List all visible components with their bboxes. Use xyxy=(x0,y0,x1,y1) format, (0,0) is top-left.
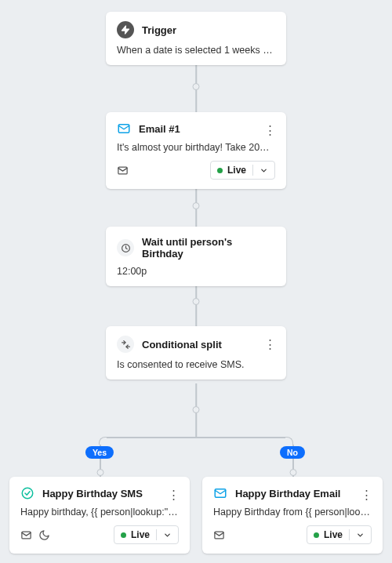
connector-node xyxy=(96,469,103,476)
kebab-menu[interactable]: ⋮ xyxy=(263,336,277,353)
sms-title: Happy Birthday SMS xyxy=(42,488,143,499)
kebab-menu[interactable]: ⋮ xyxy=(359,486,373,503)
split-card[interactable]: Conditional split ⋮ Is consented to rece… xyxy=(106,326,286,380)
chevron-down-icon xyxy=(260,166,268,175)
split-icon xyxy=(117,336,134,353)
chevron-down-icon xyxy=(356,531,365,539)
wait-card[interactable]: Wait until person's Birthday 12:00p xyxy=(106,227,286,286)
connector-node xyxy=(193,406,200,413)
email-icon xyxy=(213,486,227,500)
quiet-hours-icon[interactable] xyxy=(38,529,50,541)
status-label: Live xyxy=(324,529,343,540)
clock-icon xyxy=(117,239,134,256)
email-preview-icon[interactable] xyxy=(117,165,129,176)
branch-line xyxy=(107,437,285,438)
email-icon xyxy=(117,122,131,136)
status-dot xyxy=(314,532,319,538)
email-branch-title: Happy Birthday Email xyxy=(235,488,340,499)
trigger-icon xyxy=(117,21,134,38)
connector-node xyxy=(289,469,296,476)
status-selector[interactable]: Live xyxy=(210,161,275,180)
kebab-menu[interactable]: ⋮ xyxy=(166,486,180,503)
email-branch-card[interactable]: Happy Birthday Email ⋮ Happy Birthday fr… xyxy=(202,477,383,554)
status-dot xyxy=(121,532,126,538)
sms-card[interactable]: Happy Birthday SMS ⋮ Happy birthday, {{ … xyxy=(9,477,190,554)
connector-node xyxy=(193,202,200,209)
status-dot xyxy=(217,168,223,173)
status-label: Live xyxy=(227,165,246,176)
status-selector[interactable]: Live xyxy=(114,525,179,544)
email1-description: It's almost your birthday! Take 20% on u… xyxy=(117,142,275,153)
split-title: Conditional split xyxy=(142,339,222,351)
trigger-description: When a date is selected 1 weeks before p… xyxy=(117,45,275,56)
wait-time: 12:00p xyxy=(117,266,275,277)
message-preview-icon[interactable] xyxy=(20,529,32,541)
trigger-title: Trigger xyxy=(142,24,176,36)
status-selector[interactable]: Live xyxy=(307,525,372,544)
kebab-menu[interactable]: ⋮ xyxy=(263,122,277,139)
svg-marker-0 xyxy=(122,26,129,34)
trigger-card[interactable]: Trigger When a date is selected 1 weeks … xyxy=(106,12,286,65)
email-preview-icon[interactable] xyxy=(213,529,225,541)
svg-point-4 xyxy=(22,488,33,499)
branch-corner xyxy=(285,437,293,445)
email-branch-description: Happy Birthday from {{ person|lookup:"Fi… xyxy=(213,507,372,518)
connector-node xyxy=(193,83,200,90)
email1-card[interactable]: Email #1 ⋮ It's almost your birthday! Ta… xyxy=(106,112,286,189)
branch-corner xyxy=(99,437,107,445)
email1-title: Email #1 xyxy=(139,123,180,135)
chevron-down-icon xyxy=(163,531,172,539)
branch-label-no: No xyxy=(280,446,305,459)
connector-node xyxy=(193,298,200,305)
wait-title: Wait until person's Birthday xyxy=(142,236,275,260)
branch-label-yes: Yes xyxy=(85,446,114,459)
flow-canvas: Yes No Trigger When a date is selected 1… xyxy=(0,0,392,563)
sms-icon xyxy=(20,486,34,500)
split-description: Is consented to receive SMS. xyxy=(117,359,275,370)
status-label: Live xyxy=(131,529,150,540)
sms-description: Happy birthday, {{ person|lookup:"First … xyxy=(20,507,179,518)
